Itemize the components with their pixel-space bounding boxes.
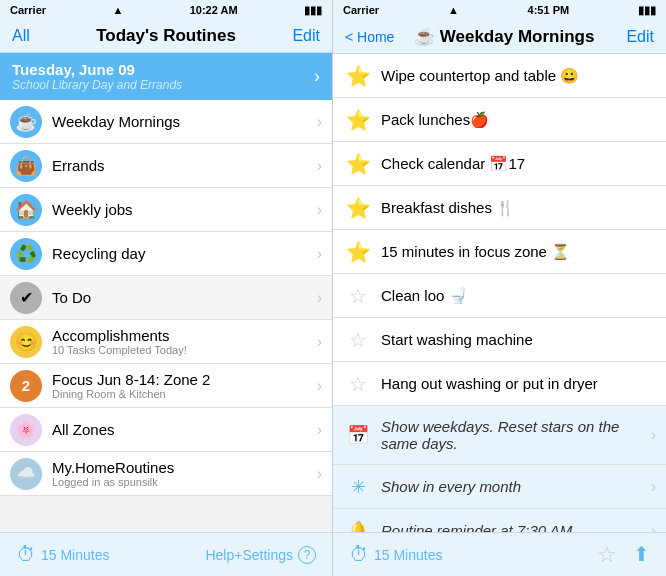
left-navbar: All Today's Routines Edit [0,20,332,53]
routine-title: Weekday Mornings [440,27,595,46]
left-timer-button[interactable]: ⏱ 15 Minutes [16,543,109,566]
snowflake-icon: ✳ [343,472,373,502]
all-zones-icon: 🌸 [10,414,42,446]
star-icon-5[interactable]: ⭐ [343,237,373,267]
right-item-clean-loo: ☆ Clean loo 🚽 [333,274,666,318]
right-timer-button[interactable]: ⏱ 15 Minutes [349,543,442,566]
hang-washing-label: Hang out washing or put in dryer [381,363,656,404]
chevron-icon: › [317,333,322,351]
star-icon-7[interactable]: ☆ [343,325,373,355]
left-all-button[interactable]: All [12,27,52,45]
list-item-weekday-mornings[interactable]: ☕ Weekday Mornings › [0,100,332,144]
breakfast-dishes-label: Breakfast dishes 🍴 [381,187,656,229]
weekly-jobs-label: Weekly jobs [52,201,317,218]
todo-icon: ✔ [10,282,42,314]
right-item-show-weekdays[interactable]: 📅 Show weekdays. Reset stars on the same… [333,406,666,465]
routine-icon: ☕ [414,27,435,46]
accomplishments-icon: 😊 [10,326,42,358]
chevron-icon: › [651,426,656,444]
star-icon-2[interactable]: ⭐ [343,105,373,135]
weekly-jobs-icon: 🏠 [10,194,42,226]
date-banner-main: Tuesday, June 09 [12,61,314,78]
left-list: ☕ Weekday Mornings › 👜 Errands › 🏠 Weekl… [0,100,332,532]
show-every-month-label: Show in every month [381,466,651,507]
star-icon-4[interactable]: ⭐ [343,193,373,223]
chevron-icon: › [317,377,322,395]
star-icon-6[interactable]: ☆ [343,281,373,311]
myhome-label: My.HomeRoutines [52,459,317,476]
chevron-icon: › [651,522,656,533]
right-item-routine-reminder[interactable]: 🔔 Routine reminder at 7:30 AM › [333,509,666,532]
date-banner-chevron-icon: › [314,66,320,87]
errands-icon: 👜 [10,150,42,182]
focus-icon: 2 [10,370,42,402]
chevron-icon: › [317,245,322,263]
right-item-check-calendar: ⭐ Check calendar 📅17 [333,142,666,186]
focus-sublabel: Dining Room & Kitchen [52,388,317,400]
date-banner[interactable]: Tuesday, June 09 School Library Day and … [0,53,332,100]
accomplishments-sublabel: 10 Tasks Completed Today! [52,344,317,356]
right-item-start-washing-machine: ☆ Start washing machine [333,318,666,362]
list-item-all-zones[interactable]: 🌸 All Zones › [0,408,332,452]
start-washing-label: Start washing machine [381,319,656,360]
all-zones-label: All Zones [52,421,317,438]
help-settings-button[interactable]: Help+Settings ? [205,546,316,564]
left-battery-icon: ▮▮▮ [304,4,322,17]
bell-icon: 🔔 [343,516,373,533]
right-bottom-bar: ⏱ 15 Minutes ☆ ⬆ [333,532,666,576]
right-item-breakfast-dishes: ⭐ Breakfast dishes 🍴 [333,186,666,230]
right-item-show-every-month[interactable]: ✳ Show in every month › [333,465,666,509]
list-item-accomplishments[interactable]: 😊 Accomplishments 10 Tasks Completed Tod… [0,320,332,364]
star-icon-8[interactable]: ☆ [343,369,373,399]
right-edit-button[interactable]: Edit [614,28,654,46]
left-bottom-bar: ⏱ 15 Minutes Help+Settings ? [0,532,332,576]
left-time: 10:22 AM [190,4,238,16]
home-back-button[interactable]: < Home [345,29,394,45]
list-item-todo[interactable]: ✔ To Do › [0,276,332,320]
wipe-countertop-label: Wipe countertop and table 😀 [381,55,656,97]
list-item-myhome[interactable]: ☁️ My.HomeRoutines Logged in as spunsilk… [0,452,332,496]
chevron-icon: › [317,421,322,439]
chevron-icon: › [317,465,322,483]
list-item-focus[interactable]: 2 Focus Jun 8-14: Zone 2 Dining Room & K… [0,364,332,408]
chevron-icon: › [317,113,322,131]
right-timer-label: 15 Minutes [374,547,442,563]
date-banner-sub: School Library Day and Errands [12,78,314,92]
share-button[interactable]: ⬆ [633,542,650,568]
right-item-wipe-countertop: ⭐ Wipe countertop and table 😀 [333,54,666,98]
left-panel: Carrier ▲ 10:22 AM ▮▮▮ All Today's Routi… [0,0,333,576]
chevron-icon: › [317,157,322,175]
recycling-day-label: Recycling day [52,245,317,262]
right-page-title: ☕ Weekday Mornings [394,26,614,47]
weekday-mornings-icon: ☕ [10,106,42,138]
chevron-icon: › [317,201,322,219]
list-item-errands[interactable]: 👜 Errands › [0,144,332,188]
favorite-star-button[interactable]: ☆ [597,542,617,568]
chevron-icon: › [651,478,656,496]
left-carrier: Carrier [10,4,46,16]
timer-icon: ⏱ [16,543,36,566]
left-page-title: Today's Routines [52,26,280,46]
pack-lunches-label: Pack lunches🍎 [381,99,656,141]
todo-label: To Do [52,289,317,306]
left-wifi-icon: ▲ [112,4,123,16]
right-panel: Carrier ▲ 4:51 PM ▮▮▮ < Home ☕ Weekday M… [333,0,666,576]
right-status-bar: Carrier ▲ 4:51 PM ▮▮▮ [333,0,666,20]
show-weekdays-label: Show weekdays. Reset stars on the same d… [381,406,651,464]
chevron-icon: › [317,289,322,307]
focus-zone-label: 15 minutes in focus zone ⏳ [381,231,656,273]
accomplishments-label: Accomplishments [52,327,317,344]
list-item-recycling-day[interactable]: ♻️ Recycling day › [0,232,332,276]
recycling-day-icon: ♻️ [10,238,42,270]
focus-label: Focus Jun 8-14: Zone 2 [52,371,317,388]
left-edit-button[interactable]: Edit [280,27,320,45]
star-icon-1[interactable]: ⭐ [343,61,373,91]
list-item-weekly-jobs[interactable]: 🏠 Weekly jobs › [0,188,332,232]
myhome-icon: ☁️ [10,458,42,490]
left-timer-label: 15 Minutes [41,547,109,563]
right-carrier: Carrier [343,4,379,16]
clean-loo-label: Clean loo 🚽 [381,275,656,317]
right-list: ⭐ Wipe countertop and table 😀 ⭐ Pack lun… [333,54,666,532]
star-icon-3[interactable]: ⭐ [343,149,373,179]
right-item-pack-lunches: ⭐ Pack lunches🍎 [333,98,666,142]
